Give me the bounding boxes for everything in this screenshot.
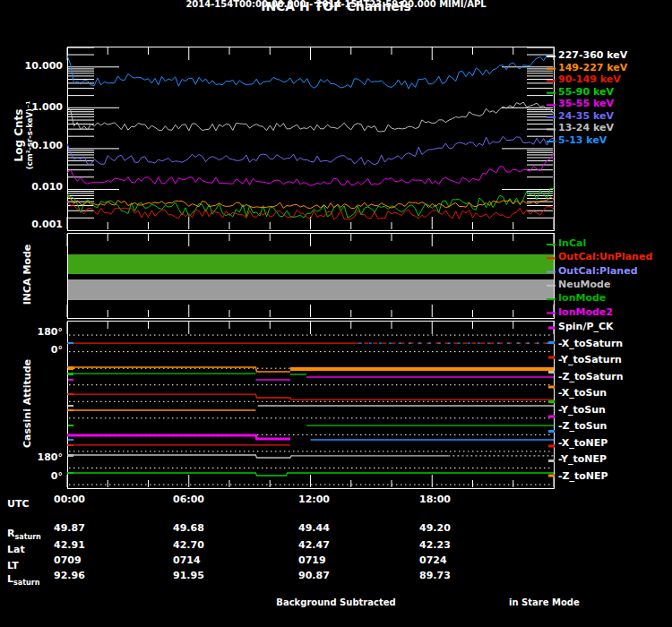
y-axis-title: Log Cnts (cm²-sr-s-keV)⁻¹ <box>13 77 34 193</box>
background-subtracted-note: Background Subtracted <box>251 598 421 607</box>
ytick-label: 10.000 <box>16 61 63 71</box>
attitude-traces <box>67 335 554 485</box>
legend-channel-227-360keV: 227-360 keV <box>558 50 627 60</box>
attitude-ytick-label: 180° <box>23 327 63 337</box>
table-cell-R-0: 49.87 <box>54 523 85 533</box>
attitude-trace-12 <box>67 435 290 439</box>
table-row-label-Lat: Lat <box>7 545 25 554</box>
legend-channel-5-13keV: 5-13 keV <box>558 135 607 145</box>
table-cell-LT-0: 0709 <box>54 555 82 565</box>
utc-axis-label: UTC <box>7 499 30 509</box>
table-cell-Lat-2: 42.47 <box>298 540 330 550</box>
table-cell-LT-3: 0724 <box>419 555 447 565</box>
trace-55-90keV <box>67 188 554 218</box>
table-cell-R-3: 49.20 <box>419 523 451 533</box>
legend-attitude-ZtoNEP: -Z_toNEP <box>558 471 608 481</box>
attitude-ytick-label: 0° <box>23 471 63 481</box>
legend-attitude-ZtoSun: -Z_toSun <box>558 421 607 431</box>
table-cell-R-1: 49.68 <box>173 523 204 533</box>
legend-channel-24-35keV: 24-35 keV <box>558 111 614 121</box>
table-cell-L-1: 91.95 <box>173 571 204 580</box>
legend-attitude-YtoSaturn: -Y_toSaturn <box>558 355 622 365</box>
table-cell-R-2: 49.44 <box>298 523 330 533</box>
attitude-trace-15 <box>67 455 448 458</box>
mode-band-NeuMode <box>68 279 554 300</box>
legend-mode-NeuMode: NeuMode <box>558 279 610 289</box>
legend-channel-35-55keV: 35-55 keV <box>558 99 614 108</box>
legend-attitude-XtoSaturn: -X_toSaturn <box>558 339 623 348</box>
utc-tick-label: 00:00 <box>54 494 85 504</box>
legend-attitude-XtoSun: -X_toSun <box>558 388 607 398</box>
table-row-subscript: saturn <box>13 579 39 587</box>
table-cell-LT-2: 0719 <box>298 555 326 565</box>
legend-attitude-XtoNEP: -X_toNEP <box>558 438 607 448</box>
time-range-subtitle: 2014-154T00:00:00.000 - 2014-154T23:59:0… <box>0 0 672 9</box>
table-row-label-LT: LT <box>7 561 19 571</box>
legend-mode-InCal: InCal <box>558 238 586 248</box>
mode-panel-title: INCA Mode <box>22 235 33 315</box>
stare-mode-note: in Stare Mode <box>509 598 580 607</box>
legend-channel-90-149keV: 90-149 keV <box>558 74 621 84</box>
legend-mode-IonMode: IonMode <box>558 293 606 303</box>
legend-channel-149-227keV: 149-227 keV <box>558 63 627 73</box>
mode-bands <box>68 254 554 300</box>
trace-35-55keV <box>67 153 554 185</box>
attitude-trace-7 <box>255 377 554 380</box>
attitude-panel-title: Cassini Attitude <box>22 346 33 462</box>
table-cell-L-2: 90.87 <box>298 571 330 580</box>
utc-tick-label: 12:00 <box>298 494 330 504</box>
y-axis-title-line1: Log Cnts <box>13 77 25 193</box>
mode-band-IonMode <box>68 254 554 274</box>
table-cell-Lat-1: 42.70 <box>173 540 204 550</box>
legend-mode-OutCalUnPlaned: OutCal:UnPlaned <box>558 252 652 262</box>
trace-24-35keV <box>67 136 554 165</box>
legend-mode-IonMode2: IonMode2 <box>558 307 613 317</box>
attitude-ytick-label: 0° <box>23 345 63 355</box>
legend-attitude-YtoSun: -Y_toSun <box>558 405 606 415</box>
table-row-label-R: Rsaturn <box>7 528 41 541</box>
legend-channel-13-24keV: 13-24 keV <box>558 123 614 133</box>
legend-attitude-SpinPCK: Spin/P_CK <box>558 322 614 331</box>
trace-90-149keV <box>67 202 554 219</box>
trace-13-24keV <box>67 102 554 132</box>
ytick-label: 0.001 <box>16 219 63 229</box>
ytick-label: 0.010 <box>16 182 63 192</box>
legend-mode-OutCalPlaned: OutCal:Planed <box>558 266 638 276</box>
tof-traces <box>67 56 554 220</box>
table-cell-Lat-0: 42.91 <box>54 540 85 550</box>
attitude-trace-3 <box>67 367 290 372</box>
utc-tick-label: 06:00 <box>173 494 204 504</box>
trace-149-227keV <box>67 196 554 209</box>
legend-attitude-YtoNEP: -Y_toNEP <box>558 454 607 464</box>
table-row-label-L: Lsaturn <box>7 574 39 587</box>
y-axis-title-line2: (cm²-sr-s-keV)⁻¹ <box>25 77 34 193</box>
table-cell-L-0: 92.96 <box>54 571 85 580</box>
legend-channel-55-90keV: 55-90 keV <box>558 87 614 97</box>
attitude-ytick-label: 180° <box>23 452 63 462</box>
trace-5-13keV <box>67 56 554 90</box>
ytick-label: 0.100 <box>16 141 63 150</box>
table-cell-Lat-3: 42.23 <box>419 540 451 550</box>
ytick-label: 1.000 <box>16 102 63 112</box>
table-row-subscript: saturn <box>14 533 40 541</box>
inca-tof-figure: INCA H TOF Channels 2014-154T00:00:00.00… <box>0 0 672 627</box>
attitude-trace-8 <box>67 394 554 399</box>
legend-attitude-ZtoSaturn: -Z_toSaturn <box>558 372 624 382</box>
table-cell-L-3: 89.73 <box>419 571 451 580</box>
utc-tick-label: 18:00 <box>419 494 451 504</box>
table-cell-LT-1: 0714 <box>173 555 201 565</box>
